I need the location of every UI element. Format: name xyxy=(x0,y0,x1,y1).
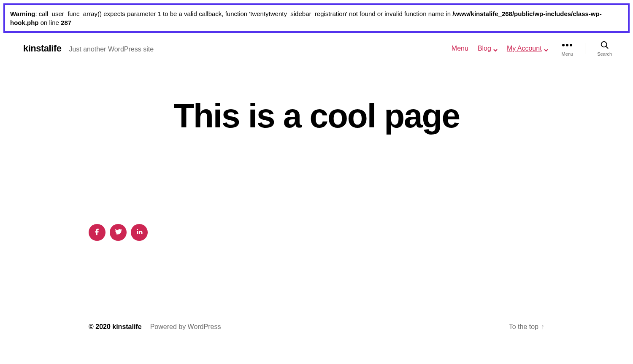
nav-blog-label: Blog xyxy=(478,45,491,52)
nav-account-link[interactable]: My Account xyxy=(507,45,548,52)
facebook-button[interactable] xyxy=(89,224,106,241)
toolbar-divider xyxy=(585,43,585,54)
header-right: Menu Blog My Account Menu xyxy=(452,40,612,57)
svg-line-1 xyxy=(606,46,608,49)
twitter-button[interactable] xyxy=(110,224,127,241)
facebook-icon xyxy=(93,228,101,237)
page-title: This is a cool page xyxy=(0,97,633,135)
warning-text-1: : call_user_func_array() expects paramet… xyxy=(35,10,452,17)
header-left: kinstalife Just another WordPress site xyxy=(23,43,154,54)
search-button-label: Search xyxy=(597,51,612,57)
search-icon xyxy=(600,40,609,50)
site-footer: © 2020 kinstalife Powered by WordPress T… xyxy=(0,323,633,348)
php-warning-banner: Warning: call_user_func_array() expects … xyxy=(3,3,630,33)
footer-powered-link[interactable]: Powered by WordPress xyxy=(150,323,221,331)
nav-blog-link[interactable]: Blog xyxy=(478,45,498,52)
nav-menu-label: Menu xyxy=(452,45,468,52)
chevron-down-icon xyxy=(493,46,498,51)
footer-copyright: © 2020 kinstalife xyxy=(89,323,142,331)
arrow-up-icon: ↑ xyxy=(541,323,544,331)
search-button[interactable]: Search xyxy=(597,40,612,57)
site-tagline: Just another WordPress site xyxy=(69,46,154,53)
linkedin-button[interactable] xyxy=(131,224,148,241)
nav-menu-link[interactable]: Menu xyxy=(452,45,468,52)
toolbar: Menu Search xyxy=(557,40,612,57)
primary-nav: Menu Blog My Account xyxy=(452,45,548,52)
chevron-down-icon xyxy=(544,46,548,51)
warning-label: Warning xyxy=(10,10,35,17)
menu-button-label: Menu xyxy=(562,51,573,57)
site-title[interactable]: kinstalife xyxy=(23,43,61,54)
site-header: kinstalife Just another WordPress site M… xyxy=(0,36,633,61)
warning-text-2: on line xyxy=(39,19,61,26)
twitter-icon xyxy=(114,228,122,237)
to-top-button[interactable]: To the top ↑ xyxy=(509,323,544,331)
social-links xyxy=(0,224,633,241)
nav-account-label: My Account xyxy=(507,45,542,52)
warning-line: 287 xyxy=(61,19,71,26)
menu-button[interactable]: Menu xyxy=(562,40,573,57)
dots-icon xyxy=(562,40,572,50)
footer-left: © 2020 kinstalife Powered by WordPress xyxy=(89,323,221,331)
linkedin-icon xyxy=(135,228,143,237)
svg-point-0 xyxy=(601,42,606,47)
to-top-label: To the top xyxy=(509,323,538,331)
